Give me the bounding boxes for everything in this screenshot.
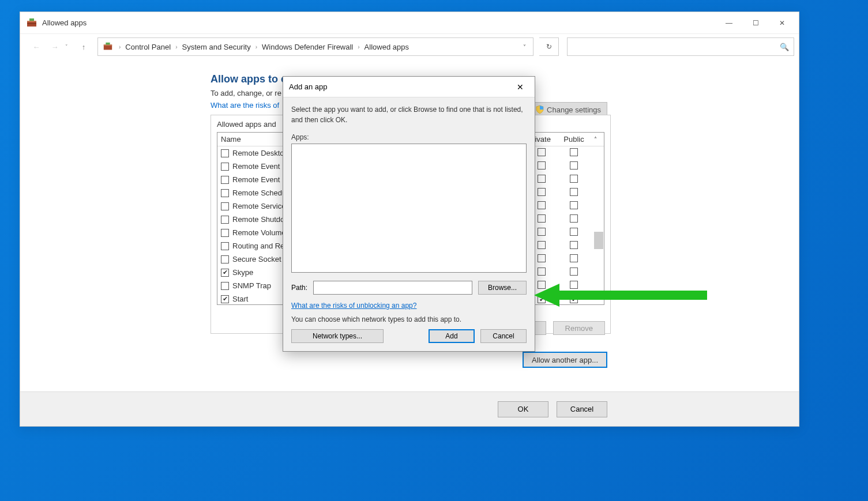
breadcrumb-item[interactable]: System and Security <box>182 43 250 51</box>
dialog-close-button[interactable]: ✕ <box>512 80 529 95</box>
nav-back-button[interactable]: ← <box>28 39 44 55</box>
scrollbar-thumb[interactable] <box>594 232 603 249</box>
svg-rect-6 <box>106 43 110 45</box>
breadcrumb-item[interactable]: Windows Defender Firewall <box>262 43 353 51</box>
remove-button[interactable]: Remove <box>553 321 605 335</box>
unblock-risks-link[interactable]: What are the risks of unblocking an app? <box>291 302 416 310</box>
public-checkbox[interactable] <box>570 214 578 223</box>
row-checkbox[interactable] <box>221 202 229 210</box>
close-button[interactable]: ✕ <box>769 14 795 32</box>
network-types-text: You can choose which network types to ad… <box>291 315 527 323</box>
navbar: ← → ˅ ↑ › Control Panel › System and Sec… <box>20 34 799 59</box>
chevron-right-icon: › <box>117 44 123 50</box>
svg-rect-3 <box>29 18 34 21</box>
row-checkbox[interactable] <box>221 176 229 184</box>
private-checkbox[interactable] <box>538 241 546 249</box>
search-icon: 🔍 <box>780 43 789 51</box>
private-checkbox[interactable] <box>538 254 546 262</box>
dialog-instruction: Select the app you want to add, or click… <box>291 104 527 125</box>
path-input[interactable] <box>313 281 472 295</box>
public-checkbox[interactable] <box>570 228 578 236</box>
network-types-button[interactable]: Network types... <box>291 329 384 343</box>
svg-rect-2 <box>27 23 36 24</box>
add-button[interactable]: Add <box>429 329 475 343</box>
row-checkbox[interactable] <box>221 149 229 157</box>
firewall-icon <box>26 17 37 29</box>
path-row: Path: Browse... <box>291 281 527 295</box>
scroll-down-icon[interactable]: ˅ <box>594 295 603 304</box>
row-checkbox[interactable] <box>221 189 229 197</box>
private-checkbox[interactable] <box>538 148 546 156</box>
maximize-button[interactable]: ☐ <box>742 14 769 32</box>
firewall-icon <box>103 42 113 52</box>
apps-label: Apps: <box>291 133 527 141</box>
public-checkbox[interactable] <box>570 201 578 209</box>
row-checkbox[interactable] <box>221 163 229 171</box>
address-dropdown-icon[interactable]: ˅ <box>521 44 528 50</box>
shield-icon <box>535 105 544 114</box>
bottom-bar: OK Cancel <box>20 391 799 426</box>
nav-up-button[interactable]: ↑ <box>76 39 92 55</box>
breadcrumb-item[interactable]: Control Panel <box>125 43 171 51</box>
column-public[interactable]: Public <box>558 135 590 144</box>
breadcrumb-bar[interactable]: › Control Panel › System and Security › … <box>97 37 533 56</box>
titlebar: Allowed apps — ☐ ✕ <box>20 12 799 34</box>
row-checkbox[interactable] <box>221 255 229 263</box>
public-checkbox[interactable] <box>570 148 578 156</box>
row-checkbox[interactable] <box>221 229 229 237</box>
public-checkbox[interactable] <box>570 254 578 262</box>
dialog-title: Add an app <box>289 82 512 91</box>
svg-rect-5 <box>104 44 112 46</box>
browse-button[interactable]: Browse... <box>478 281 527 295</box>
row-checkbox[interactable] <box>221 269 229 277</box>
scroll-up-icon[interactable]: ˄ <box>590 136 600 142</box>
public-checkbox[interactable] <box>570 175 578 183</box>
add-app-dialog: Add an app ✕ Select the app you want to … <box>283 76 535 352</box>
public-checkbox[interactable] <box>570 188 578 196</box>
apps-listbox[interactable] <box>291 144 527 273</box>
private-checkbox[interactable] <box>538 228 546 236</box>
minimize-button[interactable]: — <box>716 14 742 32</box>
private-checkbox[interactable] <box>538 281 546 289</box>
public-checkbox[interactable] <box>570 268 578 276</box>
private-checkbox[interactable] <box>538 268 546 276</box>
public-checkbox[interactable] <box>570 281 578 289</box>
row-checkbox[interactable] <box>221 282 229 290</box>
search-input[interactable]: 🔍 <box>567 37 794 56</box>
private-checkbox[interactable] <box>538 214 546 223</box>
private-checkbox[interactable] <box>538 188 546 196</box>
allow-another-app-button[interactable]: Allow another app... <box>523 352 607 368</box>
public-checkbox[interactable] <box>570 295 578 303</box>
ok-button[interactable]: OK <box>498 401 548 417</box>
dialog-cancel-button[interactable]: Cancel <box>480 329 527 343</box>
chevron-right-icon: › <box>253 44 260 50</box>
private-checkbox[interactable] <box>538 161 546 169</box>
public-checkbox[interactable] <box>570 161 578 169</box>
private-checkbox[interactable] <box>538 175 546 183</box>
chevron-right-icon: › <box>355 44 362 50</box>
private-checkbox[interactable] <box>538 201 546 209</box>
refresh-button[interactable]: ↻ <box>539 37 559 56</box>
chevron-right-icon: › <box>173 44 179 50</box>
dialog-buttons: Network types... Add Cancel <box>291 329 527 343</box>
cancel-button[interactable]: Cancel <box>557 401 607 417</box>
dialog-titlebar: Add an app ✕ <box>283 77 535 97</box>
nav-forward-button[interactable]: → <box>47 39 63 55</box>
public-checkbox[interactable] <box>570 241 578 249</box>
svg-rect-1 <box>27 21 36 22</box>
private-checkbox[interactable] <box>538 295 546 303</box>
row-checkbox[interactable] <box>221 216 229 224</box>
window-title: Allowed apps <box>42 18 87 27</box>
row-checkbox[interactable] <box>221 242 229 250</box>
path-label: Path: <box>291 284 307 292</box>
nav-history-dropdown[interactable]: ˅ <box>65 44 73 50</box>
row-checkbox[interactable] <box>221 295 229 303</box>
breadcrumb-item[interactable]: Allowed apps <box>365 43 409 51</box>
